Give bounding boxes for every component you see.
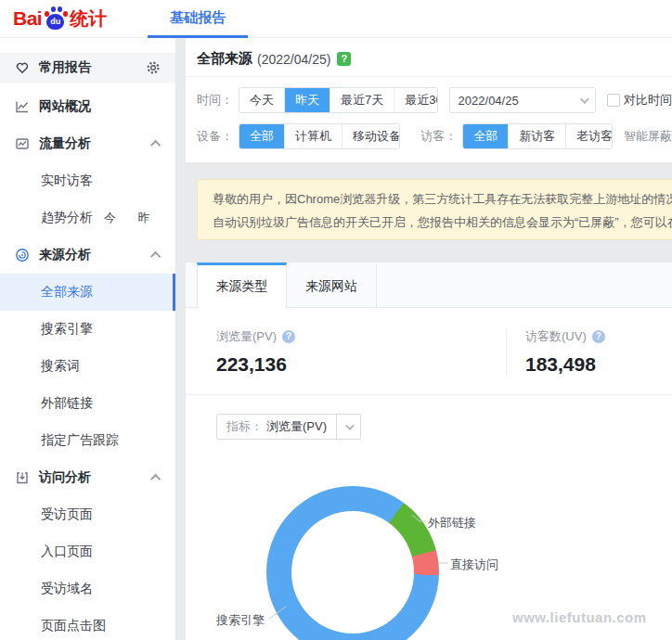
callout-label-search-engines: 搜索引擎 — [216, 612, 265, 629]
device-label: 设备： — [197, 128, 233, 145]
notice-line-2: 自动识别垃圾广告信息的开关已开启，您报告中相关的信息会显示为“已屏蔽”，您可以在… — [213, 211, 672, 234]
uv-label: 访客数(UV) — [525, 328, 587, 345]
metric-pv: 浏览量(PV) ? 223,136 — [216, 328, 506, 376]
sidebar-item-trend-analysis[interactable]: 趋势分析 今 昨 — [0, 199, 175, 237]
metric-selector-label: 指标： — [226, 419, 263, 433]
device-option-mobile[interactable]: 移动设备 — [342, 124, 400, 148]
sidebar-item-external-links[interactable]: 外部链接 — [0, 385, 175, 422]
visitor-label: 访客： — [420, 128, 457, 145]
time-label: 时间： — [197, 92, 233, 109]
filter-panel: 全部来源 (2022/04/25) ? 时间： 今天 昨天 最近7天 最近30天… — [186, 38, 672, 162]
sidebar-item-all-sources[interactable]: 全部来源 — [0, 274, 175, 311]
favorites-label: 常用报告 — [39, 59, 91, 76]
tab-basic-report[interactable]: 基础报告 — [148, 0, 248, 38]
device-button-group: 全部 计算机 移动设备 — [239, 123, 400, 149]
gear-icon[interactable] — [146, 60, 161, 75]
sidebar-item-visited-pages[interactable]: 受访页面 — [0, 496, 175, 533]
sidebar-item-entry-pages[interactable]: 入口页面 — [0, 533, 175, 570]
metric-selector-dropdown[interactable]: 指标：浏览量(PV) — [216, 414, 361, 440]
uv-value: 183,498 — [525, 353, 605, 376]
question-icon[interactable]: ? — [282, 330, 295, 343]
chevron-down-icon[interactable] — [336, 415, 360, 439]
sidebar-item-page-click-map[interactable]: 页面点击图 — [0, 608, 175, 640]
source-report-card: 来源类型 来源网站 浏览量(PV) ? 223,136 访客数(UV) ? 18… — [186, 262, 672, 640]
compare-checkbox[interactable] — [607, 94, 620, 107]
notice-line-1: 尊敬的用户，因Chrome浏览器升级，第三方统计工具存在无法获取完整上游地址的情… — [213, 187, 672, 211]
top-header: Bai du 统计 基础报告 — [0, 0, 672, 38]
sidebar-nav-list: 网站概况 流量分析 实时访客 趋势分析 今 昨 来源分析 — [0, 88, 175, 640]
sidebar-item-search-engines[interactable]: 搜索引擎 — [0, 311, 175, 348]
trend-today-yesterday-links[interactable]: 今 昨 — [104, 210, 160, 226]
help-question-badge[interactable]: ? — [337, 52, 351, 66]
date-value: 2022/04/25 — [459, 94, 519, 108]
sidebar-item-site-overview[interactable]: 网站概况 — [0, 88, 175, 125]
chevron-up-icon[interactable] — [150, 251, 161, 262]
sidebar-item-favorite-reports[interactable]: 常用报告 — [0, 53, 175, 83]
pv-label: 浏览量(PV) — [216, 328, 277, 345]
chevron-up-icon[interactable] — [150, 140, 161, 150]
page-title: 全部来源 — [197, 50, 252, 68]
time-option-last30days[interactable]: 最近30天 — [394, 88, 437, 112]
visitor-option-all[interactable]: 全部 — [463, 124, 508, 148]
baidu-tongji-logo[interactable]: Bai du 统计 — [13, 6, 107, 32]
device-option-all[interactable]: 全部 — [239, 124, 284, 148]
metric-uv: 访客数(UV) ? 183,498 — [506, 328, 605, 376]
sidebar: 常用报告 网站概况 流量分析 实时访客 — [0, 38, 176, 640]
sidebar-item-traffic-analysis[interactable]: 流量分析 — [0, 125, 175, 162]
time-filter-row: 时间： 今天 昨天 最近7天 最近30天 2022/04/25 对比时间 — [186, 87, 672, 113]
time-option-today[interactable]: 今天 — [239, 88, 284, 112]
smart-block-label[interactable]: 智能屏蔽 — [624, 128, 672, 145]
callout-label-external-links: 外部链接 — [428, 515, 476, 531]
question-icon[interactable]: ? — [592, 330, 605, 343]
sidebar-item-realtime-visitors[interactable]: 实时访客 — [0, 162, 175, 199]
baidu-paw-icon: du — [44, 6, 68, 31]
source-signal-icon — [15, 248, 30, 262]
watermark: www.liefutuan.com — [512, 609, 647, 625]
compare-checkbox-group[interactable]: 对比时间 — [607, 92, 672, 109]
sidebar-item-visited-domains[interactable]: 受访域名 — [0, 570, 175, 608]
time-option-yesterday[interactable]: 昨天 — [284, 88, 330, 112]
pv-value: 223,136 — [216, 353, 506, 376]
chevron-up-icon[interactable] — [150, 474, 161, 484]
date-picker[interactable]: 2022/04/25 — [449, 87, 596, 113]
sidebar-item-search-terms[interactable]: 搜索词 — [0, 348, 175, 385]
chevron-down-icon — [580, 95, 589, 104]
heart-icon — [15, 60, 30, 75]
page-title-date: (2022/04/25) — [257, 52, 330, 67]
sidebar-item-visit-analysis[interactable]: 访问分析 — [0, 459, 175, 496]
tray-download-icon — [15, 470, 30, 485]
logo-tongji-text: 统计 — [70, 6, 107, 32]
time-range-button-group: 今天 昨天 最近7天 最近30天 — [239, 87, 438, 113]
visitor-button-group: 全部 新访客 老访客 — [462, 123, 613, 149]
sidebar-item-source-analysis[interactable]: 来源分析 — [0, 237, 175, 274]
donut-hole — [291, 511, 414, 634]
callout-label-direct-visits: 直接访问 — [450, 557, 498, 573]
visitor-option-returning[interactable]: 老访客 — [565, 124, 613, 148]
sidebar-item-ad-tracking[interactable]: 指定广告跟踪 — [0, 422, 175, 459]
traffic-chart-icon — [15, 136, 30, 151]
compare-label: 对比时间 — [624, 92, 672, 109]
device-visitor-filter-row: 设备： 全部 计算机 移动设备 访客： 全部 新访客 老访客 智能屏蔽 — [186, 123, 672, 149]
device-option-computer[interactable]: 计算机 — [284, 124, 342, 148]
logo-bai-text: Bai — [13, 7, 42, 30]
line-chart-icon — [15, 99, 30, 114]
title-row: 全部来源 (2022/04/25) ? — [186, 38, 672, 77]
tab-source-website[interactable]: 来源网站 — [287, 262, 377, 308]
notice-banner: 尊敬的用户，因Chrome浏览器升级，第三方统计工具存在无法获取完整上游地址的情… — [197, 179, 672, 240]
tab-source-type[interactable]: 来源类型 — [197, 262, 287, 309]
card-tabstrip: 来源类型 来源网站 — [186, 262, 672, 308]
donut-chart[interactable] — [266, 486, 439, 640]
time-option-last7days[interactable]: 最近7天 — [330, 88, 394, 112]
metric-selector-value: 浏览量(PV) — [266, 419, 327, 433]
metrics-row: 浏览量(PV) ? 223,136 访客数(UV) ? 183,498 — [186, 308, 672, 395]
visitor-option-new[interactable]: 新访客 — [508, 124, 565, 148]
